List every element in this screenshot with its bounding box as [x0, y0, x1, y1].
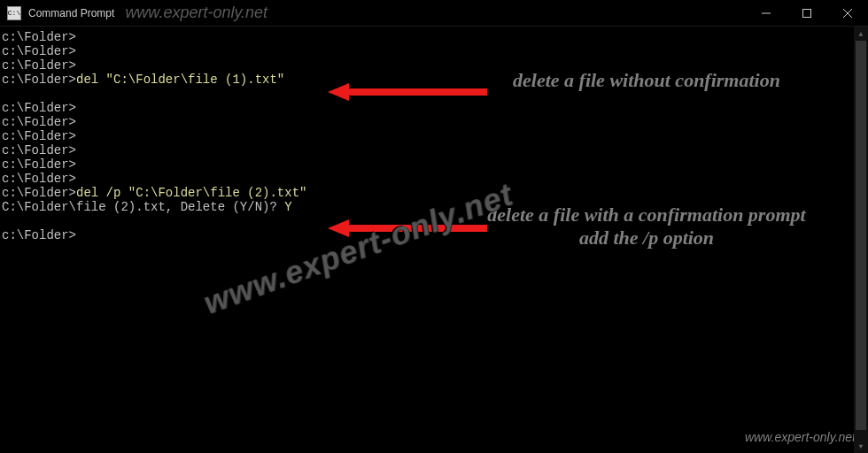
terminal-line: c:\Folder>: [2, 30, 866, 44]
maximize-button[interactable]: [787, 0, 827, 26]
prompt-text: c:\Folder>: [2, 73, 76, 87]
terminal-line: c:\Folder>: [2, 129, 866, 143]
close-button[interactable]: [827, 0, 868, 26]
scrollbar-thumb[interactable]: [856, 41, 866, 430]
annotation-with-confirm: delete a file with a confirmation prompt…: [487, 203, 806, 250]
terminal-line: c:\Folder>del /p "C:\Folder\file (2).txt…: [2, 186, 866, 200]
terminal-line: c:\Folder>: [2, 157, 866, 172]
command-text: del /p "C:\Folder\file (2).txt": [76, 186, 306, 200]
window-controls: [746, 0, 868, 26]
minimize-button[interactable]: [746, 0, 787, 26]
scroll-up-icon[interactable]: ▲: [854, 27, 868, 41]
prompt-text: c:\Folder>: [2, 172, 76, 186]
bottom-watermark: www.expert-only.net: [745, 430, 856, 444]
prompt-text: c:\Folder>: [2, 44, 76, 58]
vertical-scrollbar[interactable]: ▲ ▼: [854, 27, 868, 453]
titlebar: C:\ Command Prompt www.expert-only.net: [0, 0, 868, 27]
confirmation-prompt: C:\Folder\file (2).txt, Delete (Y/N)?: [2, 200, 284, 214]
terminal-line: c:\Folder>: [2, 143, 866, 157]
annotation-no-confirm: delete a file without confirmation: [487, 69, 806, 92]
terminal-line: c:\Folder>: [2, 115, 866, 129]
scroll-down-icon[interactable]: ▼: [854, 439, 868, 453]
prompt-text: c:\Folder>: [2, 157, 76, 172]
terminal-line: c:\Folder>: [2, 44, 866, 58]
confirmation-input: Y: [284, 200, 291, 214]
svg-marker-2: [328, 83, 349, 101]
terminal-line: c:\Folder>: [2, 172, 866, 186]
prompt-text: c:\Folder>: [2, 58, 76, 73]
command-text: del "C:\Folder\file (1).txt": [76, 73, 284, 87]
titlebar-watermark: www.expert-only.net: [125, 4, 267, 22]
prompt-text: c:\Folder>: [2, 129, 76, 143]
prompt-text: c:\Folder>: [2, 101, 76, 115]
prompt-text: c:\Folder>: [2, 143, 76, 157]
window-title: Command Prompt: [28, 7, 114, 19]
prompt-text: c:\Folder>: [2, 30, 76, 44]
arrow-icon: [328, 218, 487, 239]
svg-rect-0: [803, 9, 811, 17]
svg-marker-4: [328, 219, 349, 237]
arrow-icon: [328, 81, 487, 103]
cmd-icon: C:\: [7, 6, 21, 20]
prompt-text: c:\Folder>: [2, 115, 76, 129]
prompt-text: c:\Folder>: [2, 186, 76, 200]
terminal-line: c:\Folder>: [2, 101, 866, 115]
